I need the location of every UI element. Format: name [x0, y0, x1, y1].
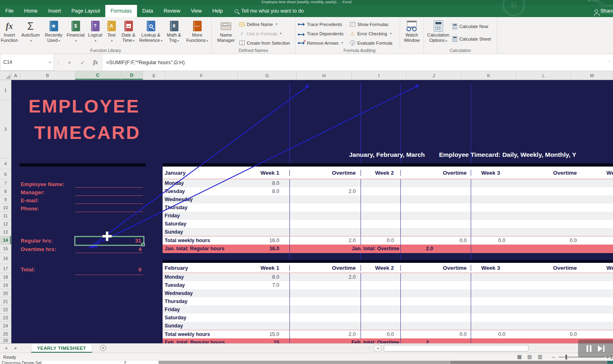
week1-header[interactable]: Week 1: [228, 265, 289, 271]
row-header[interactable]: 15: [0, 245, 11, 253]
hscroll-thumb[interactable]: [384, 345, 528, 351]
row-header[interactable]: 3: [0, 100, 11, 158]
name-manager-button[interactable]: Name Manager: [215, 19, 237, 43]
row-header[interactable]: 11: [0, 212, 11, 220]
hours-cell[interactable]: [228, 314, 289, 322]
row-header[interactable]: 18: [0, 273, 11, 281]
sheet-canvas[interactable]: EMPLOYEE TIMECARD Employee Name: Manager…: [11, 80, 613, 343]
hours-cell[interactable]: [289, 220, 361, 228]
field-input-line[interactable]: [75, 212, 143, 212]
tab-page-layout[interactable]: Page Layout: [66, 5, 105, 17]
enter-button[interactable]: ✓: [76, 54, 89, 71]
hours-cell[interactable]: 8.0: [228, 187, 289, 195]
math-trig-button[interactable]: θ Math & Trig▾: [163, 19, 185, 43]
row-header[interactable]: 7: [0, 179, 11, 187]
tab-formulas[interactable]: Formulas: [105, 5, 137, 17]
more-functions-button[interactable]: ⋯ More Functions▾: [185, 19, 210, 43]
create-from-selection-button[interactable]: Create from Selection: [239, 39, 290, 47]
hours-cell[interactable]: 8.0: [228, 273, 289, 281]
hours-cell[interactable]: [361, 289, 400, 297]
row-header[interactable]: 17: [0, 264, 11, 273]
hours-cell[interactable]: [400, 220, 471, 228]
month-label[interactable]: February: [163, 265, 228, 271]
day-cell[interactable]: Monday: [163, 273, 228, 281]
hours-cell[interactable]: [510, 297, 579, 306]
hours-cell[interactable]: 2.0: [289, 187, 361, 195]
column-header-k[interactable]: K: [461, 71, 516, 80]
hours-cell[interactable]: [471, 195, 510, 204]
hours-cell[interactable]: [228, 322, 289, 330]
week4-header[interactable]: Week 4: [579, 265, 613, 271]
hours-cell[interactable]: [400, 273, 471, 281]
hours-cell[interactable]: [510, 228, 579, 236]
hours-cell[interactable]: [289, 314, 361, 322]
name-box[interactable]: C14 ▾: [0, 54, 54, 71]
autosum-button[interactable]: Σ AutoSum ▾: [19, 19, 42, 43]
evaluate-formula-button[interactable]: f Evaluate Formula: [350, 39, 392, 47]
day-cell[interactable]: Tuesday: [163, 187, 228, 195]
month-total-overtime-value[interactable]: 2: [400, 338, 471, 343]
hours-cell[interactable]: [289, 322, 361, 330]
month-total-label[interactable]: Feb. total: Regular hours: [163, 338, 228, 343]
total-cell[interactable]: 2.0: [289, 330, 361, 339]
hours-cell[interactable]: [510, 289, 579, 297]
tab-view[interactable]: View: [185, 5, 207, 17]
lookup-reference-button[interactable]: Lookup & Reference▾: [138, 19, 163, 43]
hours-cell[interactable]: [228, 220, 289, 228]
month-total-value[interactable]: 16.0: [228, 245, 289, 253]
zoom-slider-thumb[interactable]: [565, 355, 567, 360]
day-cell[interactable]: Thursday: [163, 204, 228, 212]
total-cell[interactable]: 0.0: [471, 330, 510, 339]
hours-cell[interactable]: [228, 289, 289, 297]
hours-cell[interactable]: [228, 228, 289, 236]
hours-cell[interactable]: [579, 273, 613, 281]
column-header-c[interactable]: C: [75, 71, 121, 80]
show-formulas-button[interactable]: Show Formulas: [350, 20, 392, 28]
hours-cell[interactable]: [289, 281, 361, 289]
hours-cell[interactable]: [361, 306, 400, 314]
hours-cell[interactable]: [471, 228, 510, 236]
hours-cell[interactable]: [579, 281, 613, 289]
row-header[interactable]: 24: [0, 322, 11, 330]
sheet-nav-left-icon[interactable]: ◂: [5, 345, 7, 351]
hours-cell[interactable]: [471, 289, 510, 297]
column-header-a[interactable]: A: [11, 71, 20, 80]
month-total-overtime-label[interactable]: Jan. total: Overtime: [289, 245, 400, 253]
tab-data[interactable]: Data: [137, 5, 158, 17]
tab-home[interactable]: Home: [19, 5, 43, 17]
row-header[interactable]: 22: [0, 306, 11, 314]
hours-cell[interactable]: [579, 228, 613, 236]
hours-cell[interactable]: [361, 228, 400, 236]
page-layout-view-icon[interactable]: ▤: [527, 354, 532, 360]
hours-cell[interactable]: [361, 212, 400, 220]
row-header-selected[interactable]: 14: [0, 236, 11, 245]
hours-cell[interactable]: [471, 273, 510, 281]
overtime2-header[interactable]: Overtime: [400, 170, 471, 176]
field-input-line[interactable]: [75, 195, 143, 196]
hours-cell[interactable]: [400, 306, 471, 314]
total-cell[interactable]: 0.0: [361, 330, 400, 339]
row-header[interactable]: 9: [0, 195, 11, 204]
sheet-tab-yearly-timesheet[interactable]: YEARLY TIMESHEET: [31, 344, 92, 353]
column-header-i[interactable]: I: [352, 71, 406, 80]
hours-cell[interactable]: [361, 281, 400, 289]
hours-cell[interactable]: [289, 228, 361, 236]
hours-cell[interactable]: [361, 273, 400, 281]
column-header-d[interactable]: D: [121, 71, 143, 80]
recently-used-button[interactable]: ★ Recently Used▾: [42, 19, 65, 43]
hours-cell[interactable]: [400, 179, 471, 187]
total-cell[interactable]: 0.0: [400, 236, 471, 245]
overtime-hrs-value[interactable]: 4: [75, 246, 141, 252]
hours-cell[interactable]: [579, 179, 613, 187]
select-all-corner[interactable]: [0, 71, 11, 80]
total-cell[interactable]: 16.0: [228, 236, 289, 245]
month-total-value[interactable]: 15: [228, 338, 289, 343]
hours-cell[interactable]: [579, 322, 613, 330]
total-cell[interactable]: 0.0: [510, 236, 579, 245]
hours-cell[interactable]: [400, 204, 471, 212]
share-button[interactable]: Share: [595, 5, 613, 17]
hours-cell[interactable]: [228, 204, 289, 212]
hours-cell[interactable]: [289, 212, 361, 220]
hours-cell[interactable]: [400, 228, 471, 236]
hours-cell[interactable]: [400, 212, 471, 220]
